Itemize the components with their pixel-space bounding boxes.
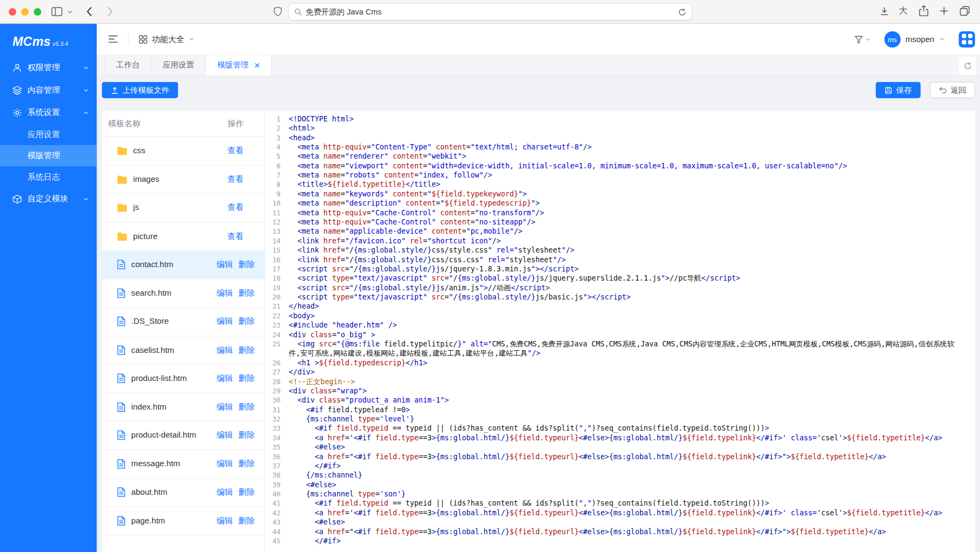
code-editor[interactable]: 1<!DOCTYPE html>2<html>3<head>4 <meta ht…: [265, 111, 975, 552]
file-row[interactable]: product-detail.htm 编辑删除: [102, 421, 264, 450]
code-line[interactable]: 26 <h1 >${field.typedescrip}</h1>: [265, 358, 969, 367]
zoom-window-button[interactable]: [34, 8, 42, 16]
delete-link[interactable]: 删除: [238, 344, 255, 356]
new-tab-icon[interactable]: [940, 6, 949, 16]
address-bar[interactable]: 免费开源的 Java Cms: [289, 4, 691, 20]
sidebar-item-content[interactable]: 内容管理: [0, 79, 97, 101]
code-line[interactable]: 22<body>: [265, 311, 969, 321]
delete-link[interactable]: 删除: [238, 515, 255, 527]
code-line[interactable]: 33 <#if field.typeid == typeid || (ids?h…: [265, 424, 969, 433]
code-line[interactable]: 12 <meta http-equiv="Cache-Control" cont…: [265, 217, 969, 227]
code-line[interactable]: 28<!--正文begin-->: [265, 377, 969, 386]
code-line[interactable]: 7 <meta name="robots" content="index, fo…: [265, 171, 969, 180]
forward-button[interactable]: [107, 6, 113, 17]
tab-template-management[interactable]: 模版管理: [206, 55, 272, 76]
edit-link[interactable]: 编辑: [217, 487, 233, 498]
sidebar-item-app-settings[interactable]: 应用设置: [0, 124, 97, 145]
code-line[interactable]: 10 <meta name="description" content="${f…: [265, 199, 969, 208]
tab-workbench[interactable]: 工作台: [105, 55, 152, 76]
edit-link[interactable]: 编辑: [217, 373, 233, 384]
edit-link[interactable]: 编辑: [217, 259, 233, 270]
file-row[interactable]: js 查看: [102, 194, 264, 222]
code-line[interactable]: 37 </#if>: [265, 461, 969, 471]
sidebar-item-permissions[interactable]: 权限管理: [0, 56, 97, 79]
code-line[interactable]: 9 <meta name="keywords" content="${field…: [265, 189, 969, 199]
save-button[interactable]: 保存: [875, 82, 920, 98]
tab-app-settings[interactable]: 应用设置: [152, 55, 206, 76]
edit-link[interactable]: 编辑: [217, 288, 233, 299]
code-line[interactable]: 16 <link href="/{ms:global.style/}css/cs…: [265, 255, 969, 264]
apps-grid-button[interactable]: [959, 31, 975, 47]
code-line[interactable]: 39 <#else>: [265, 480, 969, 489]
sidebar-item-system-logs[interactable]: 系统日志: [0, 166, 97, 187]
edit-link[interactable]: 编辑: [217, 458, 233, 469]
delete-link[interactable]: 删除: [238, 458, 255, 469]
code-line[interactable]: 17 <script src="/{ms:global.style/}js/jq…: [265, 264, 969, 274]
code-line[interactable]: 6 <meta name="viewport" content="width=d…: [265, 161, 969, 171]
reload-icon[interactable]: [678, 8, 686, 16]
file-row[interactable]: .DS_Store 编辑删除: [102, 308, 264, 336]
sidebar-item-template-management[interactable]: 模版管理: [0, 145, 97, 166]
view-link[interactable]: 查看: [228, 230, 244, 242]
privacy-shield-icon[interactable]: [273, 6, 282, 17]
sidebar-item-system-settings[interactable]: 系统设置: [0, 101, 97, 124]
code-line[interactable]: 23<#include "header.htm" />: [265, 321, 969, 330]
code-line[interactable]: 31 <#if field.typeleaf !=0>: [265, 405, 969, 414]
code-line[interactable]: 35 <#else>: [265, 442, 969, 452]
delete-link[interactable]: 删除: [238, 430, 255, 441]
code-line[interactable]: 11 <meta http-equiv="Cache-Control" cont…: [265, 208, 969, 217]
file-row[interactable]: about.htm 编辑删除: [102, 478, 264, 507]
file-row[interactable]: images 查看: [102, 166, 264, 194]
code-line[interactable]: 8 <title>${field.typetitle}</title>: [265, 180, 969, 189]
minimize-window-button[interactable]: [21, 8, 29, 16]
code-line[interactable]: 29<div class="wrap">: [265, 386, 969, 396]
chevron-down-icon[interactable]: [67, 10, 72, 14]
file-row[interactable]: page.htm 编辑删除: [102, 507, 264, 535]
file-row[interactable]: product-list.htm 编辑删除: [102, 365, 264, 393]
file-row[interactable]: message.htm 编辑删除: [102, 450, 264, 479]
downloads-icon[interactable]: [879, 6, 889, 17]
code-line[interactable]: 25 <img src="{@ms:file field.typelitpic/…: [265, 339, 969, 358]
code-line[interactable]: 3<head>: [265, 133, 969, 142]
code-line[interactable]: 15 <link href="/{ms:global.style/}css/st…: [265, 246, 969, 255]
share-icon[interactable]: [919, 5, 929, 17]
code-line[interactable]: 44 <a href="<#if field.type==3>{ms:globa…: [265, 527, 969, 536]
file-row[interactable]: css 查看: [102, 137, 264, 166]
code-line[interactable]: 1<!DOCTYPE html>: [265, 114, 969, 124]
view-link[interactable]: 查看: [228, 202, 244, 214]
code-line[interactable]: 14 <link href="/favicon.ico" rel="shortc…: [265, 236, 969, 246]
code-line[interactable]: 13 <meta name="applicable-device" conten…: [265, 227, 969, 236]
edit-link[interactable]: 编辑: [217, 515, 233, 527]
file-row[interactable]: caselist.htm 编辑删除: [102, 336, 264, 365]
code-line[interactable]: 20 <script type="text/javascript" src="/…: [265, 292, 969, 302]
code-line[interactable]: 5 <meta name="renderer" content="webkit"…: [265, 152, 969, 161]
sidebar-item-custom-modules[interactable]: 自定义模块: [0, 188, 97, 210]
code-line[interactable]: 30 <div class="product_a anim anim-1">: [265, 396, 969, 405]
file-row[interactable]: picture 查看: [102, 222, 264, 251]
filter-control[interactable]: [854, 35, 871, 43]
code-line[interactable]: 4 <meta http-equiv="Content-Type" conten…: [265, 142, 969, 152]
code-line[interactable]: 32 {ms:channel type='level'}: [265, 414, 969, 424]
delete-link[interactable]: 删除: [238, 288, 255, 299]
tab-overview-icon[interactable]: [960, 5, 970, 16]
code-line[interactable]: 42 <a href='<#if field.type==3>{ms:globa…: [265, 508, 969, 517]
file-row[interactable]: search.htm 编辑删除: [102, 279, 264, 308]
delete-link[interactable]: 删除: [238, 487, 255, 498]
delete-link[interactable]: 删除: [238, 259, 255, 270]
upload-template-button[interactable]: 上传模板文件: [102, 82, 178, 98]
code-line[interactable]: 40 {ms:channel type='son'}: [265, 489, 969, 499]
code-line[interactable]: 38 {/ms:channel}: [265, 471, 969, 480]
code-line[interactable]: 19 <script src="/{ms:global.style/}js/an…: [265, 283, 969, 292]
file-row[interactable]: index.htm 编辑删除: [102, 393, 264, 421]
code-line[interactable]: 41 <#if field.typeid == typeid || (ids?h…: [265, 499, 969, 508]
delete-link[interactable]: 删除: [238, 373, 255, 384]
code-line[interactable]: 18 <script type="text/javascript" src="/…: [265, 274, 969, 283]
close-tab-icon[interactable]: [254, 63, 259, 68]
edit-link[interactable]: 编辑: [217, 430, 233, 441]
code-line[interactable]: 36 <a href="<#if field.type==3>{ms:globa…: [265, 452, 969, 461]
back-button-app[interactable]: 返回: [930, 82, 975, 98]
edit-link[interactable]: 编辑: [217, 401, 233, 413]
view-link[interactable]: 查看: [228, 145, 244, 156]
code-line[interactable]: 45 </#if>: [265, 536, 969, 546]
refresh-tabs-button[interactable]: [959, 57, 976, 74]
